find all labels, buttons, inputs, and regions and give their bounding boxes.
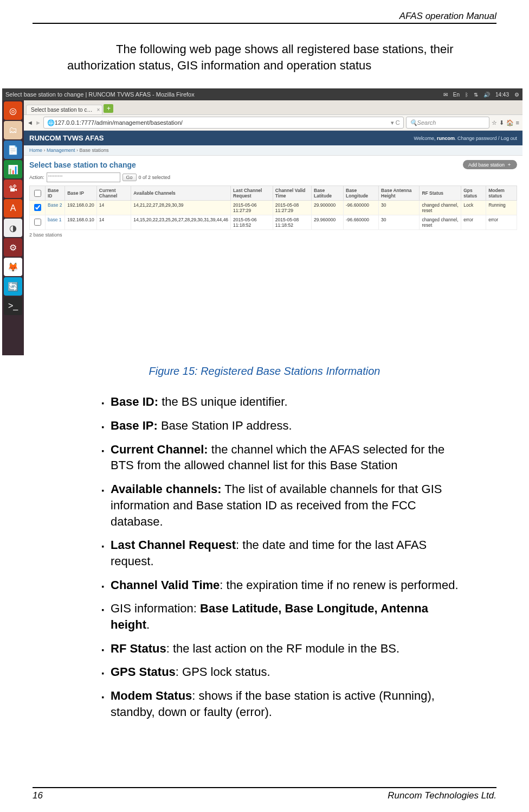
home-icon[interactable]: 🏠 [506, 119, 514, 126]
window-title: Select base station to change | RUNCOM T… [5, 91, 443, 98]
col-header[interactable]: Available Channels [131, 186, 231, 201]
lang-indicator[interactable]: En [453, 92, 460, 98]
software-icon[interactable]: A [4, 199, 22, 218]
col-header[interactable]: Last Channel Request [231, 186, 273, 201]
brand-title: RUNCOM TVWS AFAS [29, 134, 104, 142]
forward-button[interactable]: ► [35, 119, 41, 126]
star-icon[interactable]: ☆ [492, 119, 497, 126]
dash-icon[interactable]: ◎ [4, 101, 22, 120]
cell: -96.600000 [344, 201, 379, 215]
table-row: Base 2192.168.0.201414,21,22,27,28,29,30… [30, 201, 517, 215]
firefox-icon[interactable]: 🦊 [4, 258, 22, 276]
cell: 192.168.0.20 [65, 201, 97, 215]
cell: 29.960000 [312, 215, 344, 230]
cell: Base 2 [46, 201, 65, 215]
cell: 2015-05-06 11:27:29 [231, 201, 273, 215]
col-header[interactable]: Channel Valid Time [273, 186, 311, 201]
cell [30, 215, 46, 230]
crumb-mgmt[interactable]: Management [47, 148, 75, 153]
impress-icon[interactable]: 📽 [4, 180, 22, 198]
table-row: base 1192.168.0.101414,15,20,22,23,25,26… [30, 215, 517, 230]
app-icon[interactable]: 🔄 [4, 277, 22, 296]
crumb-here: Base stations [80, 148, 109, 153]
gear-icon[interactable]: ⚙ [514, 92, 519, 98]
col-header[interactable]: Base Latitude [312, 186, 344, 201]
clock[interactable]: 14:43 [495, 92, 509, 98]
col-header[interactable]: Base IP [65, 186, 97, 201]
firefox-tab-strip: Select base station to c… × + [24, 100, 522, 115]
cell: changed channel, reset [420, 215, 461, 230]
row-checkbox[interactable] [34, 204, 41, 211]
menu-icon[interactable]: ≡ [516, 119, 519, 126]
vol-icon[interactable]: 🔊 [483, 92, 490, 98]
new-tab-button[interactable]: + [104, 104, 113, 113]
list-item: RF Status: the last action on the RF mod… [108, 641, 469, 657]
row-checkbox[interactable] [34, 219, 41, 226]
terminal-icon[interactable]: >_ [4, 297, 22, 315]
cell: 29.900000 [312, 201, 344, 215]
settings-icon[interactable]: ⚙ [4, 238, 22, 257]
crumb-home[interactable]: Home [29, 148, 42, 153]
col-header[interactable] [30, 186, 46, 201]
cell: 14,21,22,27,28,29,30,39 [131, 201, 231, 215]
files-icon[interactable]: 🗂 [4, 121, 22, 139]
cell: Running [486, 201, 517, 215]
calc-icon[interactable]: 📊 [4, 160, 22, 178]
base-id-link[interactable]: base 1 [48, 217, 62, 222]
col-header[interactable]: Gps status [461, 186, 486, 201]
list-item: Base ID: the BS unique identifier. [108, 394, 469, 410]
header-rule [33, 23, 496, 24]
url-toolbar: ◄ ► 🌐 127.0.0.1:7777/admin/management/ba… [24, 115, 522, 131]
cell: 14,15,20,22,23,25,26,27,28,29,30,31,39,4… [131, 215, 231, 230]
url-text: 127.0.0.1:7777/admin/management/basestat… [55, 119, 183, 126]
browser-tab[interactable]: Select base station to c… × [26, 105, 102, 114]
writer-icon[interactable]: 📄 [4, 140, 22, 159]
page-number: 16 [33, 790, 43, 801]
cell: 14 [96, 215, 131, 230]
cell: base 1 [46, 215, 65, 230]
cell: changed channel, reset [420, 201, 461, 215]
welcome-text: Welcome, runcom. Change password / Log o… [414, 136, 517, 141]
cell: error [486, 215, 517, 230]
col-header[interactable]: Current Channel [96, 186, 131, 201]
eclipse-icon[interactable]: ◑ [4, 219, 22, 237]
col-header[interactable]: Base Longitude [344, 186, 379, 201]
net-icon[interactable]: ⇅ [474, 92, 478, 98]
col-header[interactable]: RF Status [420, 186, 461, 201]
bt-icon[interactable]: ᛒ [465, 92, 468, 98]
list-item: Base IP: Base Station IP address. [108, 418, 469, 434]
col-header[interactable]: Modem status [486, 186, 517, 201]
breadcrumb: Home › Management › Base stations [24, 145, 522, 156]
cell: -96.660000 [344, 215, 379, 230]
page-footer: 16 Runcom Technologies Ltd. [33, 787, 496, 801]
field-descriptions: Base ID: the BS unique identifier.Base I… [87, 394, 469, 720]
download-icon[interactable]: ⬇ [499, 119, 504, 126]
list-item: Last Channel Request: the date and time … [108, 537, 469, 569]
ubuntu-top-bar: Select base station to change | RUNCOM T… [2, 88, 522, 100]
page-title: Select base station to change [29, 161, 136, 169]
search-input[interactable]: 🔍 Search [406, 117, 489, 129]
list-item: Modem Status: shows if the base station … [108, 688, 469, 720]
col-header[interactable]: Base ID [46, 186, 65, 201]
cell [30, 201, 46, 215]
action-select[interactable]: --------- [47, 172, 120, 182]
cell: 2015-05-08 11:18:52 [273, 215, 311, 230]
col-header[interactable]: Base Antenna Height [379, 186, 420, 201]
cell: 2015-05-06 11:18:52 [231, 215, 273, 230]
url-input[interactable]: 🌐 127.0.0.1:7777/admin/management/basest… [43, 117, 404, 129]
list-item: Current Channel: the channel which the A… [108, 442, 469, 474]
add-base-station-button[interactable]: Add base station＋ [463, 160, 517, 169]
close-icon[interactable]: × [97, 107, 100, 113]
tab-label: Select base station to c… [31, 107, 92, 113]
base-station-table: Base IDBase IPCurrent ChannelAvailable C… [29, 186, 517, 230]
cell: Lock [461, 201, 486, 215]
list-item: GIS information: Base Latitude, Base Lon… [108, 600, 469, 632]
go-button[interactable]: Go [122, 174, 137, 181]
base-id-link[interactable]: Base 2 [48, 202, 62, 208]
mail-icon[interactable]: ✉ [443, 92, 448, 98]
selected-count: 0 of 2 selected [139, 175, 171, 180]
select-all-checkbox[interactable] [34, 190, 41, 197]
back-button[interactable]: ◄ [27, 119, 33, 126]
list-item: Channel Valid Time: the expiration time … [108, 577, 469, 593]
cell: error [461, 215, 486, 230]
